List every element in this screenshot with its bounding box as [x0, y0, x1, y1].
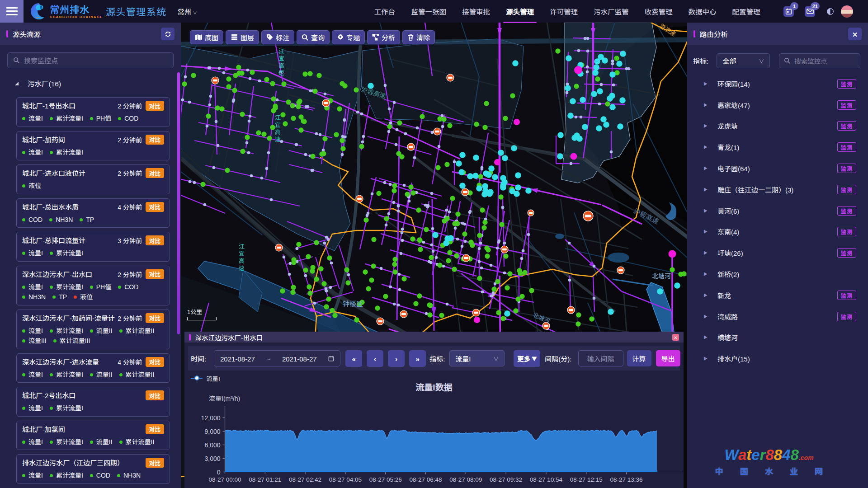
svg-text:速: 速 [278, 68, 284, 77]
svg-text:12,000: 12,000 [201, 413, 221, 422]
svg-text:速: 速 [275, 135, 281, 143]
svg-text:08-27 04:05: 08-27 04:05 [329, 474, 362, 483]
svg-text:08-27 08:09: 08-27 08:09 [449, 474, 482, 483]
svg-text:08-27 01:21: 08-27 01:21 [249, 474, 281, 483]
svg-text:08-27 13:36: 08-27 13:36 [610, 474, 642, 483]
svg-text:9,000: 9,000 [204, 427, 220, 436]
svg-text:08-27 12:15: 08-27 12:15 [570, 474, 603, 483]
svg-text:北塘河: 北塘河 [652, 271, 671, 280]
svg-text:08-27 00:00: 08-27 00:00 [208, 474, 241, 483]
svg-text:3,000: 3,000 [204, 454, 220, 463]
svg-text:钟楼区: 钟楼区 [343, 299, 363, 308]
svg-text:08-27 05:26: 08-27 05:26 [369, 474, 402, 483]
svg-text:08-27 02:42: 08-27 02:42 [289, 474, 321, 483]
svg-text:08-27 06:48: 08-27 06:48 [409, 474, 442, 483]
svg-text:速: 速 [239, 263, 245, 272]
svg-text:08-27 09:32: 08-27 09:32 [490, 474, 522, 483]
svg-text:08-27 10:54: 08-27 10:54 [530, 474, 563, 483]
svg-text:6,000: 6,000 [204, 440, 220, 449]
